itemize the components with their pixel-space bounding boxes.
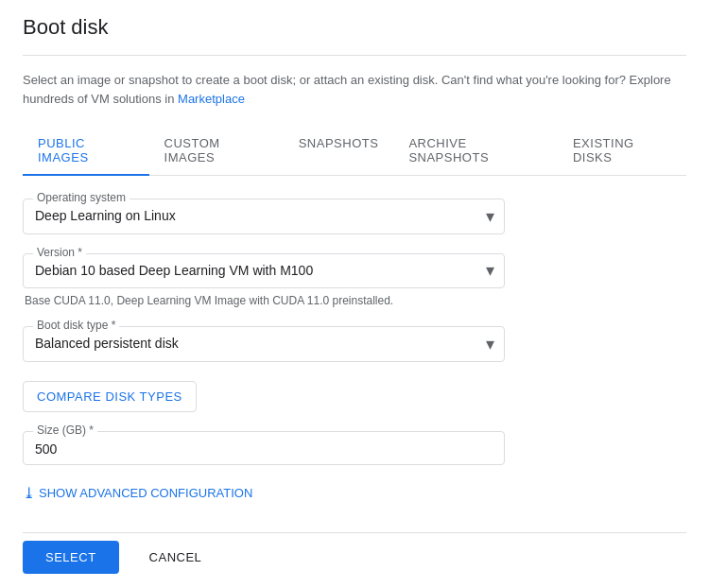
tab-public-images[interactable]: PUBLIC IMAGES [23,127,149,176]
version-chevron-icon: ▾ [486,260,494,281]
tab-snapshots[interactable]: SNAPSHOTS [284,127,394,176]
boot-disk-type-chevron-icon: ▾ [486,334,494,355]
chevron-down-icon: ⤓ [23,484,35,502]
description-text: Select an image or snapshot to create a … [23,71,686,108]
marketplace-link[interactable]: Marketplace [178,92,245,106]
cancel-button[interactable]: CANCEL [134,541,217,574]
boot-disk-type-field: Boot disk type Balanced persistent disk … [23,326,686,362]
version-field: Version Debian 10 based Deep Learning VM… [23,253,686,308]
boot-disk-type-value: Balanced persistent disk [35,336,179,351]
size-field: Size (GB) [23,431,686,465]
version-value: Debian 10 based Deep Learning VM with M1… [35,263,313,278]
compare-disk-section: COMPARE DISK TYPES [23,381,686,412]
tab-archive-snapshots[interactable]: ARCHIVE SNAPSHOTS [393,127,558,176]
advanced-config-label: SHOW ADVANCED CONFIGURATION [39,486,252,500]
tab-existing-disks[interactable]: EXISTING DISKS [558,127,686,176]
boot-disk-type-select[interactable]: Boot disk type Balanced persistent disk … [23,326,505,362]
operating-system-value: Deep Learning on Linux [35,208,176,223]
description-static: Select an image or snapshot to create a … [23,73,671,106]
page-title: Boot disk [23,15,686,40]
operating-system-field: Operating system Deep Learning on Linux … [23,199,686,234]
footer-actions: SELECT CANCEL [23,532,686,574]
compare-disk-types-button[interactable]: COMPARE DISK TYPES [23,381,197,412]
boot-disk-type-label: Boot disk type [33,319,119,332]
version-label: Version [33,246,86,259]
size-input[interactable] [35,441,493,457]
version-hint: Base CUDA 11.0, Deep Learning VM Image w… [23,294,686,307]
select-button[interactable]: SELECT [23,541,119,574]
title-divider [23,55,686,56]
boot-disk-form: Operating system Deep Learning on Linux … [23,199,686,502]
show-advanced-config[interactable]: ⤓ SHOW ADVANCED CONFIGURATION [23,484,686,502]
operating-system-chevron-icon: ▾ [486,206,494,227]
size-label: Size (GB) [33,424,97,437]
operating-system-label: Operating system [33,191,130,204]
size-input-wrapper[interactable]: Size (GB) [23,431,505,465]
version-select[interactable]: Version Debian 10 based Deep Learning VM… [23,253,505,289]
tab-custom-images[interactable]: CUSTOM IMAGES [149,127,284,176]
operating-system-select[interactable]: Operating system Deep Learning on Linux … [23,199,505,234]
tab-bar: PUBLIC IMAGES CUSTOM IMAGES SNAPSHOTS AR… [23,127,686,176]
